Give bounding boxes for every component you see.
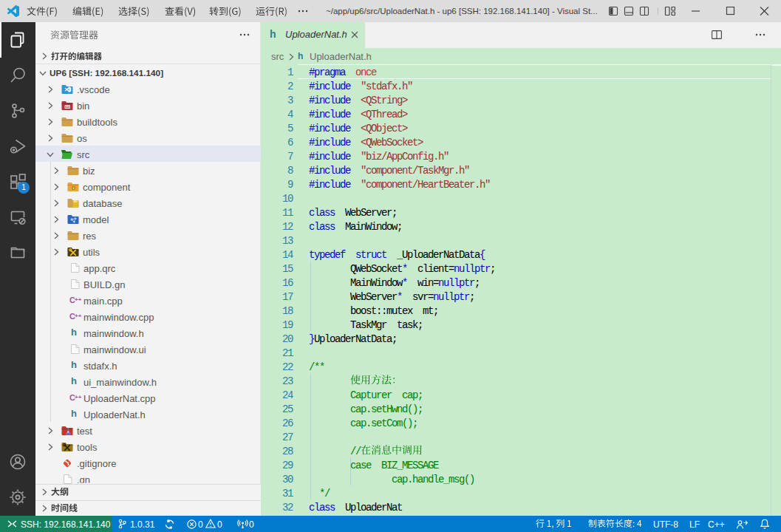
svg-text:010: 010 xyxy=(65,106,70,109)
